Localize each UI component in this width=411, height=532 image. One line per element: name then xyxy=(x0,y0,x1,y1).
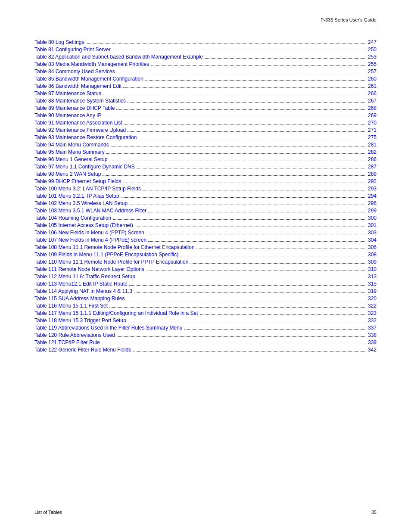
toc-link[interactable]: Table 110 Menu 11.1 Remote Node Profile … xyxy=(34,259,188,265)
toc-link[interactable]: Table 97 Menu 1.1 Configure Dynamic DNS xyxy=(34,164,135,170)
toc-link[interactable]: Table 107 New Fields in Menu 4 (PPPoE) s… xyxy=(34,237,146,243)
list-item: Table 116 Menu 15.1.1 First Set 322 xyxy=(34,303,377,309)
toc-page: 342 xyxy=(368,347,377,353)
toc-page: 268 xyxy=(368,105,377,111)
toc-page: 300 xyxy=(368,215,377,221)
toc-page: 286 xyxy=(368,156,377,162)
toc-link[interactable]: Table 112 Menu 11.6: Traffic Redirect Se… xyxy=(34,274,135,280)
toc-link[interactable]: Table 111 Remote Node Network Layer Opti… xyxy=(34,266,144,272)
toc-dots xyxy=(137,168,366,168)
toc-dots xyxy=(133,351,366,352)
toc-dots xyxy=(112,51,366,51)
toc-link[interactable]: Table 117 Menu 15.1.1.1 Editing/Configur… xyxy=(34,310,198,316)
toc-page: 304 xyxy=(368,237,377,243)
toc-link[interactable]: Table 116 Menu 15.1.1 First Set xyxy=(34,303,108,309)
toc-link[interactable]: Table 98 Menu 2 WAN Setup xyxy=(34,171,101,177)
toc-dots xyxy=(116,109,366,110)
toc-link[interactable]: Table 85 Bandwidth Management Configurat… xyxy=(34,76,143,82)
toc-link[interactable]: Table 80 Log Settings xyxy=(34,39,84,45)
toc-link[interactable]: Table 92 Maintenance Firmware Upload xyxy=(34,127,126,133)
toc-dots xyxy=(103,175,366,176)
toc-link[interactable]: Table 106 New Fields in Menu 4 (PPTP) Sc… xyxy=(34,230,144,236)
toc-page: 267 xyxy=(368,98,377,104)
page-header: P-335 Series User's Guide xyxy=(34,17,377,26)
toc-link[interactable]: Table 91 Maintenance Association List xyxy=(34,120,122,126)
toc-link[interactable]: Table 94 Main Menu Commands xyxy=(34,142,109,148)
list-item: Table 91 Maintenance Association List 27… xyxy=(34,120,377,126)
toc-page: 313 xyxy=(368,274,377,280)
toc-page: 271 xyxy=(368,127,377,133)
list-item: Table 90 Maintenance Any IP 269 xyxy=(34,112,377,118)
list-item: Table 106 New Fields in Menu 4 (PPTP) Sc… xyxy=(34,230,377,236)
list-item: Table 80 Log Settings 247 xyxy=(34,39,377,45)
toc-link[interactable]: Table 114 Applying NAT in Menus 4 & 11.3 xyxy=(34,288,132,294)
toc-link[interactable]: Table 109 Fields in Menu 11.1 (PPPoE Enc… xyxy=(34,252,178,258)
list-item: Table 85 Bandwidth Management Configurat… xyxy=(34,76,377,82)
toc-link[interactable]: Table 89 Maintenance DHCP Table xyxy=(34,105,115,111)
toc-link[interactable]: Table 103 Menu 3.5.1 WLAN MAC Address Fi… xyxy=(34,208,146,214)
footer-section-label: List of Tables xyxy=(34,510,62,515)
toc-page: 260 xyxy=(368,76,377,82)
toc-link[interactable]: Table 118 Menu 15.3 Trigger Port Setup xyxy=(34,317,126,324)
list-item: Table 92 Maintenance Firmware Upload 271 xyxy=(34,127,377,133)
toc-link[interactable]: Table 120 Rule Abbreviations Used xyxy=(34,332,115,338)
toc-link[interactable]: Table 96 Menu 1 General Setup xyxy=(34,156,107,162)
list-item: Table 94 Main Menu Commands 281 xyxy=(34,142,377,148)
list-item: Table 113 Menu12.1 Edit IP Static Route … xyxy=(34,281,377,287)
list-item: Table 104 Roaming Configuration 300 xyxy=(34,215,377,221)
toc-dots xyxy=(146,271,366,271)
list-item: Table 114 Applying NAT in Menus 4 & 11.3… xyxy=(34,288,377,294)
toc-link[interactable]: Table 102 Menu 3.5 Wireless LAN Setup xyxy=(34,200,128,206)
toc-dots xyxy=(111,146,366,146)
toc-link[interactable]: Table 88 Maintenance System Statistics xyxy=(34,98,126,104)
toc-link[interactable]: Table 122 Generic Filter Rule Menu Field… xyxy=(34,347,131,353)
toc-link[interactable]: Table 81 Configuring Print Server xyxy=(34,47,111,53)
toc-dots xyxy=(117,336,366,337)
list-item: Table 117 Menu 15.1.1.1 Editing/Configur… xyxy=(34,310,377,316)
toc-link[interactable]: Table 93 Maintenance Restore Configurati… xyxy=(34,134,137,140)
toc-link[interactable]: Table 119 Abbreviations Used in the Filt… xyxy=(34,325,183,331)
toc-dots xyxy=(128,131,366,132)
toc-dots xyxy=(180,256,366,256)
toc-link[interactable]: Table 86 Bandwidth Management Edit xyxy=(34,83,121,89)
toc-link[interactable]: Table 108 Menu 11.1 Remote Node Profile … xyxy=(34,244,195,250)
toc-link[interactable]: Table 113 Menu12.1 Edit IP Static Route xyxy=(34,281,128,287)
toc-link[interactable]: Table 95 Main Menu Summary xyxy=(34,149,105,155)
toc-page: 257 xyxy=(368,68,377,75)
list-item: Table 99 DHCP Ethernet Setup Fields 292 xyxy=(34,178,377,184)
list-item: Table 108 Menu 11.1 Remote Node Profile … xyxy=(34,244,377,250)
toc-link[interactable]: Table 83 Media Mandwidth Management Prio… xyxy=(34,61,149,67)
toc-link[interactable]: Table 82 Application and Subnet-based Ba… xyxy=(34,54,203,60)
list-item: Table 112 Menu 11.6: Traffic Redirect Se… xyxy=(34,274,377,280)
toc-dots xyxy=(128,322,366,322)
list-item: Table 102 Menu 3.5 Wireless LAN Setup 29… xyxy=(34,200,377,206)
toc-link[interactable]: Table 84 Commonly Used Services xyxy=(34,68,115,75)
toc-dots xyxy=(134,292,366,293)
toc-link[interactable]: Table 90 Maintenance Any IP xyxy=(34,112,101,118)
list-item: Table 81 Configuring Print Server 250 xyxy=(34,47,377,53)
list-item: Table 118 Menu 15.3 Trigger Port Setup 3… xyxy=(34,317,377,324)
toc-page: 269 xyxy=(368,112,377,118)
toc-page: 289 xyxy=(368,171,377,177)
toc-dots xyxy=(135,227,366,227)
list-item: Table 96 Menu 1 General Setup 286 xyxy=(34,156,377,162)
toc-dots xyxy=(117,73,366,73)
toc-link[interactable]: Table 121 TCP/IP Filter Rule xyxy=(34,339,100,345)
toc-page: 282 xyxy=(368,149,377,155)
list-item: Table 107 New Fields in Menu 4 (PPPoE) s… xyxy=(34,237,377,243)
toc-link[interactable]: Table 105 Internet Access Setup (Etherne… xyxy=(34,222,133,228)
toc-link[interactable]: Table 99 DHCP Ethernet Setup Fields xyxy=(34,178,121,184)
toc-dots xyxy=(184,329,366,330)
toc-link[interactable]: Table 104 Roaming Configuration xyxy=(34,215,111,221)
toc-page: 323 xyxy=(368,310,377,316)
list-item: Table 95 Main Menu Summary 282 xyxy=(34,149,377,155)
list-item: Table 109 Fields in Menu 11.1 (PPPoE Enc… xyxy=(34,252,377,258)
toc-page: 293 xyxy=(368,186,377,192)
toc-link[interactable]: Table 87 Maintenance Status xyxy=(34,90,101,96)
toc-page: 281 xyxy=(368,142,377,148)
list-item: Table 86 Bandwidth Management Edit 261 xyxy=(34,83,377,89)
toc-link[interactable]: Table 101 Menu 3.2.1: IP Alias Setup xyxy=(34,193,119,199)
toc-link[interactable]: Table 115 SUA Address Mapping Rules xyxy=(34,296,125,302)
toc-link[interactable]: Table 100 Menu 3.2: LAN TCP/IP Setup Fie… xyxy=(34,186,141,192)
toc-dots xyxy=(205,58,366,59)
